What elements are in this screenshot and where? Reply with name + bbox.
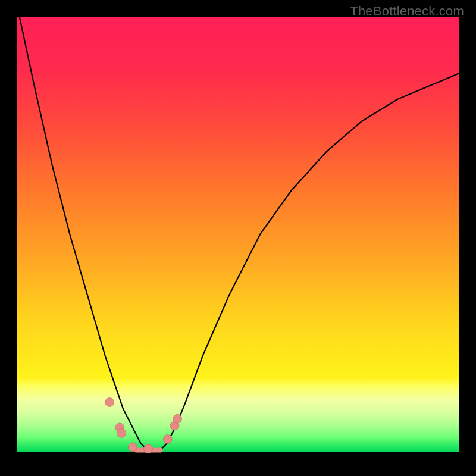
curve-marker — [105, 398, 114, 407]
curve-marker — [117, 428, 126, 437]
plot-area — [17, 17, 459, 459]
bottleneck-curve — [17, 17, 459, 452]
curve-marker — [173, 414, 182, 423]
curve-marker — [163, 435, 172, 444]
marker-group — [105, 398, 182, 453]
chart-svg — [17, 17, 459, 459]
curve-marker — [128, 443, 137, 452]
curve-marker — [144, 444, 153, 453]
chart-frame: TheBottleneck.com — [0, 0, 476, 476]
